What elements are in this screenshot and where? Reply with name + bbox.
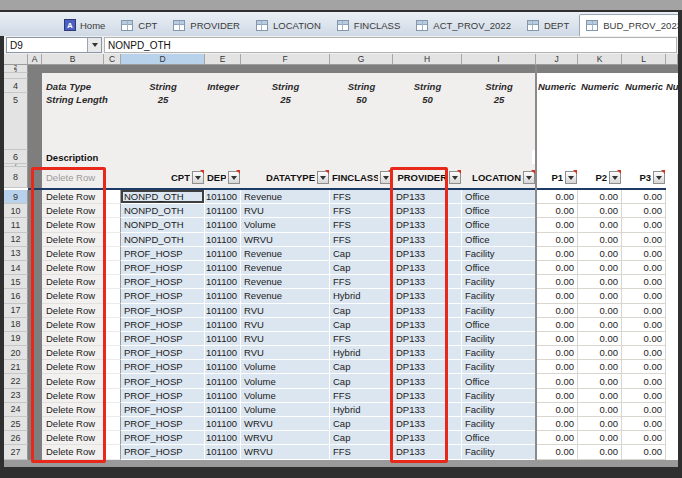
- cpt-cell[interactable]: PROF_HOSP: [121, 332, 205, 346]
- cpt-cell[interactable]: NONPD_OTH: [121, 204, 205, 218]
- cpt-cell[interactable]: PROF_HOSP: [121, 360, 205, 374]
- p3-cell[interactable]: 0.00: [622, 304, 666, 318]
- p1-cell[interactable]: 0.00: [536, 275, 578, 289]
- location-cell[interactable]: Facility: [462, 304, 536, 318]
- document-tab[interactable]: A ACT_PROV_2022 ✕: [410, 14, 517, 36]
- finclass-cell[interactable]: Cap: [330, 417, 393, 431]
- p3-cell[interactable]: 0.00: [622, 218, 666, 232]
- row-number[interactable]: 9: [4, 190, 28, 204]
- delete-row-cell[interactable]: Delete Row: [42, 389, 104, 403]
- p3-cell[interactable]: 0.00: [622, 332, 666, 346]
- p2-cell[interactable]: 0.00: [578, 318, 622, 332]
- location-cell[interactable]: Office: [462, 190, 536, 204]
- row-number[interactable]: 21: [4, 360, 28, 374]
- location-cell[interactable]: Facility: [462, 346, 536, 360]
- row-number[interactable]: 11: [4, 218, 28, 232]
- finclass-cell[interactable]: Hybrid: [330, 403, 393, 417]
- location-cell[interactable]: Facility: [462, 445, 536, 459]
- provider-cell[interactable]: DP133: [393, 275, 462, 289]
- location-cell[interactable]: Facility: [462, 289, 536, 303]
- p1-cell[interactable]: 0.00: [536, 204, 578, 218]
- p2-cell[interactable]: 0.00: [578, 275, 622, 289]
- filter-dropdown-icon[interactable]: [317, 171, 329, 184]
- row-number[interactable]: 27: [4, 445, 28, 459]
- cpt-cell[interactable]: PROF_HOSP: [121, 445, 205, 459]
- provider-cell[interactable]: DP133: [393, 346, 462, 360]
- row-header-5[interactable]: 5: [4, 93, 28, 150]
- dept-cell[interactable]: 101100: [205, 289, 241, 303]
- cpt-cell[interactable]: PROF_HOSP: [121, 417, 205, 431]
- provider-cell[interactable]: DP133: [393, 204, 462, 218]
- location-cell[interactable]: Facility: [462, 247, 536, 261]
- dept-cell[interactable]: 101100: [205, 218, 241, 232]
- location-cell[interactable]: Facility: [462, 332, 536, 346]
- cpt-cell[interactable]: PROF_HOSP: [121, 275, 205, 289]
- row-number[interactable]: 24: [4, 403, 28, 417]
- provider-cell[interactable]: DP133: [393, 247, 462, 261]
- p1-cell[interactable]: 0.00: [536, 318, 578, 332]
- datatype-cell[interactable]: RVU: [241, 318, 330, 332]
- provider-cell[interactable]: DP133: [393, 318, 462, 332]
- cell-name-box[interactable]: D9: [6, 37, 102, 53]
- p1-cell[interactable]: 0.00: [536, 374, 578, 388]
- column-header-g[interactable]: G: [330, 54, 393, 65]
- p2-cell[interactable]: 0.00: [578, 374, 622, 388]
- p2-cell[interactable]: 0.00: [578, 304, 622, 318]
- column-header-l[interactable]: L: [622, 54, 666, 65]
- row-header-6[interactable]: 6: [4, 150, 28, 164]
- cpt-cell[interactable]: PROF_HOSP: [121, 247, 205, 261]
- datatype-cell[interactable]: Revenue: [241, 247, 330, 261]
- cpt-cell[interactable]: PROF_HOSP: [121, 389, 205, 403]
- finclass-cell[interactable]: Hybrid: [330, 289, 393, 303]
- delete-row-cell[interactable]: Delete Row: [42, 261, 104, 275]
- row-number[interactable]: 23: [4, 389, 28, 403]
- column-header-c[interactable]: C: [104, 54, 121, 65]
- finclass-cell[interactable]: Cap: [330, 360, 393, 374]
- p1-cell[interactable]: 0.00: [536, 247, 578, 261]
- filter-dropdown-icon[interactable]: [565, 171, 577, 184]
- finclass-cell[interactable]: Hybrid: [330, 346, 393, 360]
- dept-cell[interactable]: 101100: [205, 346, 241, 360]
- finclass-cell[interactable]: FFS: [330, 233, 393, 247]
- filter-dropdown-icon[interactable]: [449, 171, 461, 184]
- row-number[interactable]: 20: [4, 346, 28, 360]
- p2-cell[interactable]: 0.00: [578, 247, 622, 261]
- delete-row-cell[interactable]: Delete Row: [42, 190, 104, 204]
- finclass-cell[interactable]: FFS: [330, 204, 393, 218]
- datatype-cell[interactable]: WRVU: [241, 431, 330, 445]
- finclass-cell[interactable]: Cap: [330, 261, 393, 275]
- location-cell[interactable]: Office: [462, 431, 536, 445]
- row-number[interactable]: 12: [4, 233, 28, 247]
- location-cell[interactable]: Office: [462, 374, 536, 388]
- dept-cell[interactable]: 101100: [205, 403, 241, 417]
- cpt-cell[interactable]: PROF_HOSP: [121, 403, 205, 417]
- finclass-cell[interactable]: FFS: [330, 190, 393, 204]
- provider-cell[interactable]: DP133: [393, 389, 462, 403]
- row-number[interactable]: 22: [4, 374, 28, 388]
- cpt-cell[interactable]: NONPD_OTH: [121, 218, 205, 232]
- datatype-cell[interactable]: Volume: [241, 389, 330, 403]
- delete-row-cell[interactable]: Delete Row: [42, 332, 104, 346]
- p2-cell[interactable]: 0.00: [578, 233, 622, 247]
- column-header-e[interactable]: E: [205, 54, 241, 65]
- datatype-cell[interactable]: Revenue: [241, 289, 330, 303]
- filter-dropdown-icon[interactable]: [192, 171, 204, 184]
- delete-row-cell[interactable]: Delete Row: [42, 304, 104, 318]
- p2-cell[interactable]: 0.00: [578, 332, 622, 346]
- location-cell[interactable]: Facility: [462, 417, 536, 431]
- filter-dropdown-icon[interactable]: [228, 171, 240, 184]
- p2-cell[interactable]: 0.00: [578, 261, 622, 275]
- column-header-d-selected[interactable]: D: [121, 54, 205, 65]
- datatype-cell[interactable]: Revenue: [241, 190, 330, 204]
- p3-cell[interactable]: 0.00: [622, 346, 666, 360]
- row-number[interactable]: 13: [4, 247, 28, 261]
- filter-dropdown-icon[interactable]: [380, 171, 392, 184]
- p2-cell[interactable]: 0.00: [578, 289, 622, 303]
- location-cell[interactable]: Office: [462, 204, 536, 218]
- datatype-cell[interactable]: Revenue: [241, 275, 330, 289]
- document-tab[interactable]: A Home ✕: [58, 14, 111, 36]
- p3-cell[interactable]: 0.00: [622, 431, 666, 445]
- p3-cell[interactable]: 0.00: [622, 289, 666, 303]
- provider-cell[interactable]: DP133: [393, 431, 462, 445]
- datatype-cell[interactable]: RVU: [241, 332, 330, 346]
